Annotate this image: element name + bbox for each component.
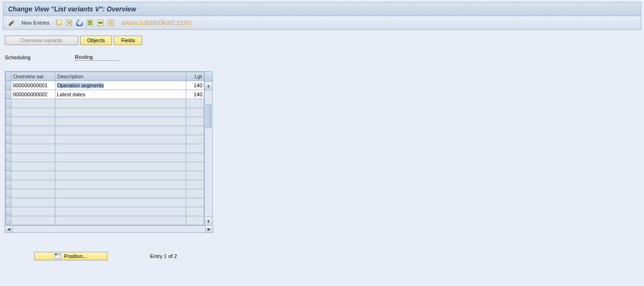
cell-lgt[interactable] [186,162,204,171]
cell-lgt[interactable] [186,126,204,135]
table-row[interactable] [6,216,204,225]
cell-desc[interactable] [55,99,186,108]
scroll-right-icon[interactable]: ▶ [205,226,213,232]
table-row[interactable] [6,198,204,207]
cell-desc[interactable] [55,126,186,135]
row-selector[interactable] [6,189,11,198]
vertical-scrollbar[interactable]: ▲ ▼ [205,71,213,226]
table-row[interactable] [6,153,204,162]
table-row[interactable] [6,99,204,108]
tab-overview-variants[interactable]: Overview variants [5,36,78,45]
row-selector[interactable] [6,198,11,207]
row-selector[interactable] [6,144,11,153]
row-selector[interactable] [6,135,11,144]
cell-var[interactable] [11,216,55,225]
col-header-desc[interactable]: Description [55,72,186,81]
cell-var[interactable] [11,117,55,126]
cell-lgt[interactable]: 140 [186,90,204,99]
cell-lgt[interactable] [186,108,204,117]
horizontal-scrollbar[interactable]: ◀ ▶ [5,226,213,233]
row-selector[interactable] [6,207,11,216]
table-row[interactable] [6,207,204,216]
table-row[interactable] [6,126,204,135]
cell-var[interactable]: 000000000002 [11,90,55,99]
cell-var[interactable] [11,153,55,162]
row-selector[interactable] [6,81,11,90]
col-header-lgt[interactable]: Lgt [186,72,204,81]
scroll-thumb[interactable] [206,104,211,128]
cell-var[interactable] [11,162,55,171]
delete-icon[interactable] [65,19,73,27]
col-header-var[interactable]: Overview var [11,72,55,81]
table-row[interactable] [6,108,204,117]
col-header-select[interactable] [6,72,11,81]
cell-desc[interactable] [55,207,186,216]
scroll-left-icon[interactable]: ◀ [5,226,13,232]
row-selector[interactable] [6,153,11,162]
row-selector[interactable] [6,126,11,135]
cell-lgt[interactable] [186,117,204,126]
cell-var[interactable] [11,189,55,198]
cell-desc[interactable] [55,180,186,189]
table-row[interactable] [6,162,204,171]
cell-lgt[interactable] [186,198,204,207]
scroll-up-icon[interactable]: ▲ [205,82,212,90]
cell-var[interactable] [11,207,55,216]
scroll-down-icon[interactable]: ▼ [205,217,212,225]
tab-objects[interactable]: Objects [80,36,112,45]
table-row[interactable]: 000000000001Operation segments140 [6,81,204,90]
tab-fields[interactable]: Fields [114,36,142,45]
cell-var[interactable] [11,135,55,144]
cell-var[interactable] [11,171,55,180]
cell-desc[interactable] [55,198,186,207]
cell-desc[interactable]: Latest dates [55,90,186,99]
row-selector[interactable] [6,180,11,189]
table-row[interactable] [6,189,204,198]
cell-desc[interactable]: Operation segments [55,81,186,90]
cell-var[interactable] [11,108,55,117]
cell-desc[interactable] [55,216,186,225]
cell-var[interactable] [11,144,55,153]
table-row[interactable] [6,171,204,180]
cell-desc[interactable] [55,189,186,198]
cell-lgt[interactable] [186,189,204,198]
table-row[interactable] [6,180,204,189]
table-row[interactable] [6,135,204,144]
cell-lgt[interactable] [186,99,204,108]
row-selector[interactable] [6,171,11,180]
cell-desc[interactable] [55,117,186,126]
cell-lgt[interactable] [186,153,204,162]
row-selector[interactable] [6,108,11,117]
deselect-all-icon[interactable] [107,19,115,27]
hscroll-track[interactable] [13,226,205,232]
cell-desc[interactable] [55,135,186,144]
new-entries-button[interactable]: New Entries [21,20,49,26]
cell-desc[interactable] [55,171,186,180]
cell-lgt[interactable] [186,144,204,153]
edit-icon[interactable] [8,19,16,27]
select-block-icon[interactable] [97,19,104,27]
table-row[interactable]: 000000000002Latest dates140 [6,90,204,99]
cell-var[interactable] [11,180,55,189]
undo-icon[interactable] [76,19,83,27]
cell-desc[interactable] [55,108,186,117]
cell-var[interactable] [11,99,55,108]
scroll-track[interactable] [205,90,212,217]
copy-icon[interactable] [55,19,63,27]
position-button[interactable]: Position... [34,252,108,260]
row-selector[interactable] [6,99,11,108]
cell-desc[interactable] [55,153,186,162]
row-selector[interactable] [6,162,11,171]
cell-desc[interactable] [55,144,186,153]
row-selector[interactable] [6,90,11,99]
select-all-icon[interactable] [86,19,94,27]
table-row[interactable] [6,144,204,153]
cell-lgt[interactable] [186,207,204,216]
cell-lgt[interactable]: 140 [186,81,204,90]
cell-lgt[interactable] [186,171,204,180]
row-selector[interactable] [6,216,11,225]
cell-lgt[interactable] [186,135,204,144]
cell-desc[interactable] [55,162,186,171]
cell-var[interactable] [11,198,55,207]
row-selector[interactable] [6,117,11,126]
